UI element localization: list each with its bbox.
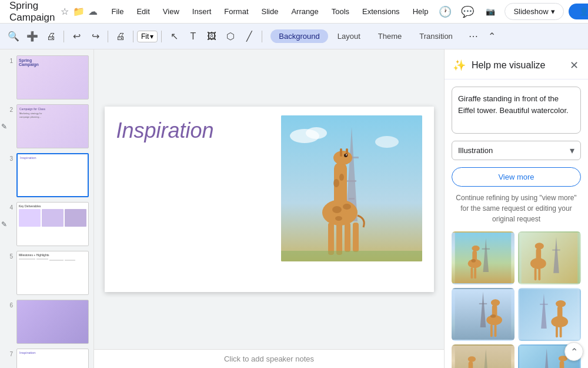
slide-item-5[interactable]: 5 Milestones + Highlights [2, 250, 91, 296]
menu-arrange[interactable]: Arrange [285, 5, 324, 18]
line-button[interactable]: ╱ [240, 28, 258, 45]
search-button[interactable]: 🔍 [5, 28, 22, 45]
slide-thumb-5[interactable]: Milestones + Highlights [16, 251, 89, 295]
image-button[interactable]: 🖼 [203, 28, 220, 45]
svg-rect-22 [336, 223, 342, 255]
view-more-button[interactable]: View more [452, 167, 581, 187]
menu-slide[interactable]: Slide [256, 5, 285, 18]
textbox-button[interactable]: T [184, 28, 202, 45]
slide-item-2[interactable]: ✎ 2 Campaign for Class Marketing strateg… [2, 103, 91, 150]
svg-rect-52 [490, 324, 493, 337]
slide-title: Inspiration [116, 118, 214, 143]
svg-rect-24 [353, 223, 359, 252]
slide-thumb-1[interactable]: SpringCampaign [16, 55, 89, 100]
help-panel-body: Giraffe standing in front of the Eiffel … [445, 79, 588, 368]
canvas-area: Inspiration [94, 49, 444, 368]
slide-item-1[interactable]: 1 SpringCampaign [2, 54, 91, 101]
print-btn2[interactable]: 🖨 [112, 28, 129, 45]
prompt-text: Giraffe standing in front of the Eiffel … [458, 94, 569, 115]
slideshow-button[interactable]: Slideshow ▾ [505, 3, 563, 20]
drive-icon[interactable]: 📁 [73, 6, 85, 18]
speaker-notes[interactable]: Click to add speaker notes [94, 349, 444, 368]
canvas-scroll[interactable]: Inspiration [94, 49, 444, 349]
menu-view[interactable]: View [157, 5, 185, 18]
svg-rect-8 [349, 198, 355, 200]
svg-point-15 [346, 154, 347, 155]
svg-point-18 [335, 216, 342, 221]
svg-rect-35 [470, 267, 473, 279]
print-button[interactable]: 🖨 [42, 28, 60, 45]
slide-item-4[interactable]: ✎ 4 Key Deliverables [2, 201, 91, 247]
menu-insert[interactable]: Insert [186, 5, 218, 18]
menu-help[interactable]: Help [407, 5, 435, 18]
close-panel-button[interactable]: ✕ [569, 58, 580, 73]
redo-button[interactable]: ↪ [86, 28, 104, 45]
svg-point-16 [332, 206, 342, 213]
tab-theme[interactable]: Theme [370, 29, 410, 43]
slide-item-6[interactable]: 6 [2, 299, 91, 345]
svg-point-28 [375, 136, 399, 148]
slide-canvas[interactable]: Inspiration [105, 107, 434, 292]
document-title[interactable]: Spring Campaign [9, 0, 55, 24]
zoom-value: Fit [141, 32, 149, 41]
tab-layout[interactable]: Layout [329, 29, 369, 43]
slide-num-3: 3 [5, 155, 13, 162]
star-icon[interactable]: ☆ [59, 6, 71, 18]
toolbar: 🔍 ➕ 🖨 ↩ ↪ 🖨 Fit ▾ ↖ T 🖼 ⬡ ╱ Background L… [0, 24, 588, 49]
history-icon[interactable]: 🕐 [436, 3, 454, 21]
svg-rect-48 [479, 303, 487, 304]
collapse-toolbar-button[interactable]: ⌃ [483, 28, 501, 45]
prompt-text-box[interactable]: Giraffe standing in front of the Eiffel … [452, 87, 581, 134]
image-result-3[interactable] [452, 288, 514, 341]
slide-thumb-4[interactable]: Key Deliverables [16, 202, 89, 246]
slide-item-3[interactable]: 3 Inspiration [2, 152, 91, 198]
svg-point-60 [556, 300, 566, 307]
undo-button[interactable]: ↩ [68, 28, 85, 45]
cloud-icon[interactable]: ☁ [87, 6, 99, 18]
image-result-5[interactable] [452, 344, 514, 368]
slide-thumb-7[interactable]: Inspiration [16, 349, 89, 368]
tab-background[interactable]: Background [270, 29, 328, 43]
svg-point-43 [535, 243, 544, 249]
refine-hint-text: Continue refining by using "view more" f… [452, 193, 581, 224]
more-options-button[interactable]: ⋯ [465, 28, 482, 45]
style-label: Illustration [458, 146, 493, 155]
style-selector[interactable]: Illustration ▾ [452, 141, 581, 160]
svg-rect-45 [538, 268, 540, 280]
separator-1 [64, 31, 64, 42]
image-result-1[interactable] [452, 231, 514, 284]
share-button[interactable]: 👤 Share [569, 4, 588, 19]
meet-button[interactable]: 📷 [481, 5, 500, 18]
speaker-notes-placeholder: Click to add speaker notes [224, 354, 314, 363]
slide-thumb-2[interactable]: Campaign for Class Marketing strategy fo… [16, 104, 89, 148]
comment-icon[interactable]: 💬 [459, 3, 476, 21]
slide-item-7[interactable]: 7 Inspiration [2, 347, 91, 368]
tab-transition[interactable]: Transition [411, 29, 461, 43]
slide-thumb-6[interactable] [16, 300, 89, 344]
thumb-1-title: SpringCampaign [17, 56, 88, 69]
svg-rect-53 [495, 324, 497, 337]
image-result-4[interactable] [518, 288, 581, 341]
menu-file[interactable]: File [106, 5, 130, 18]
separator-5 [262, 31, 262, 42]
zoom-selector[interactable]: Fit ▾ [137, 31, 158, 42]
cursor-button[interactable]: ↖ [165, 28, 183, 45]
menu-format[interactable]: Format [218, 5, 254, 18]
menu-extensions[interactable]: Extensions [356, 5, 406, 18]
scroll-to-top-button[interactable]: ⌃ [564, 342, 583, 361]
image-result-2[interactable] [518, 231, 581, 284]
menu-edit[interactable]: Edit [131, 5, 155, 18]
shape-button[interactable]: ⬡ [222, 28, 239, 45]
slide-giraffe-image [281, 115, 422, 261]
svg-point-34 [472, 246, 479, 251]
slide-num-1: 1 [5, 58, 13, 64]
svg-point-54 [490, 314, 496, 318]
svg-rect-40 [552, 250, 560, 251]
svg-point-51 [491, 299, 500, 306]
menu-tools[interactable]: Tools [326, 5, 355, 18]
separator-2 [108, 31, 108, 42]
svg-point-67 [468, 356, 476, 362]
header-right: 🕐 💬 📷 Slideshow ▾ 👤 Share U [436, 3, 588, 21]
slide-thumb-3[interactable]: Inspiration [16, 153, 89, 197]
add-slide-button[interactable]: ➕ [24, 28, 41, 45]
